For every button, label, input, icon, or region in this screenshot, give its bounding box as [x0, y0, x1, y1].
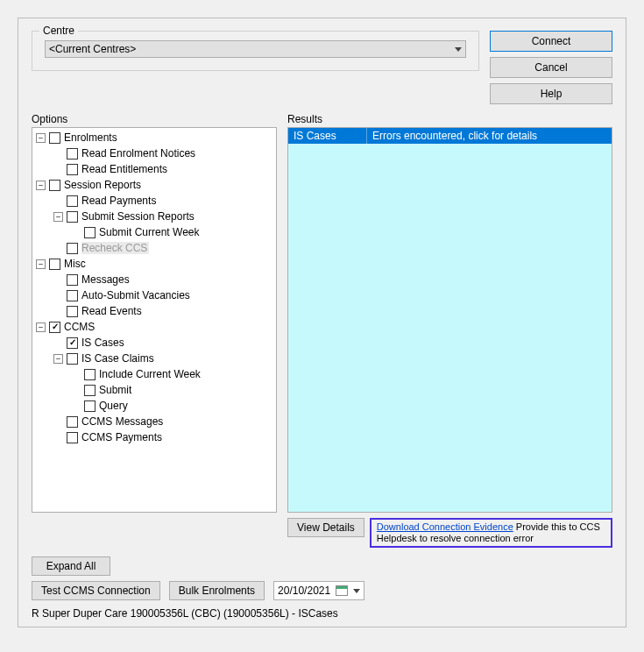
results-panel[interactable]: IS Cases Errors encountered, click for d… [287, 127, 612, 513]
checkbox-messages[interactable] [67, 274, 78, 286]
date-value: 20/10/2021 [278, 585, 330, 597]
expander-minus-icon[interactable]: − [36, 181, 46, 190]
results-label: Results [287, 113, 612, 125]
tree-item-is-cases[interactable]: IS Cases [34, 335, 274, 351]
expander-minus-icon[interactable]: − [36, 133, 46, 143]
checkbox-enrolments[interactable] [49, 132, 60, 144]
test-ccms-connection-button[interactable]: Test CCMS Connection [32, 581, 160, 600]
tree-item-enrolments[interactable]: − Enrolments [34, 130, 274, 145]
tree-item-submit-session-reports[interactable]: − Submit Session Reports [34, 209, 274, 224]
status-bar: R Super Duper Care 190005356L (CBC) (190… [32, 607, 612, 620]
checkbox-auto-submit-vacancies[interactable] [67, 290, 78, 301]
expander-minus-icon[interactable]: − [53, 212, 63, 222]
results-row[interactable]: IS Cases Errors encountered, click for d… [288, 128, 612, 144]
expander-minus-icon[interactable]: − [36, 259, 46, 269]
checkbox-ccms[interactable] [49, 322, 60, 333]
connect-button[interactable]: Connect [490, 31, 612, 52]
tree-item-auto-submit-vacancies[interactable]: Auto-Submit Vacancies [34, 287, 274, 303]
checkbox-submit[interactable] [84, 385, 96, 396]
tree-item-misc[interactable]: − Misc [34, 256, 274, 272]
date-picker[interactable]: 20/10/2021 [273, 581, 364, 600]
options-label: Options [32, 113, 277, 125]
tree-item-read-payments[interactable]: Read Payments [34, 193, 274, 209]
options-tree[interactable]: − Enrolments Read Enrolment Notices Read… [32, 127, 277, 513]
view-details-button[interactable]: View Details [287, 518, 364, 537]
checkbox-include-current-week[interactable] [84, 369, 96, 380]
chevron-down-icon [353, 589, 360, 593]
checkbox-read-events[interactable] [67, 306, 78, 317]
checkbox-read-entitlements[interactable] [67, 164, 78, 175]
checkbox-query[interactable] [84, 400, 96, 412]
tree-item-submit-current-week[interactable]: Submit Current Week [34, 224, 274, 240]
tree-item-is-case-claims[interactable]: − IS Case Claims [34, 351, 274, 366]
evidence-note: Download Connection Evidence Provide thi… [370, 518, 612, 548]
tree-item-read-events[interactable]: Read Events [34, 303, 274, 319]
bulk-enrolments-button[interactable]: Bulk Enrolments [169, 581, 265, 600]
tree-item-read-entitlements[interactable]: Read Entitlements [34, 161, 274, 177]
expander-minus-icon[interactable]: − [36, 322, 46, 332]
tree-item-submit[interactable]: Submit [34, 382, 274, 398]
calendar-icon [336, 585, 348, 596]
checkbox-ccms-payments[interactable] [67, 432, 78, 443]
tree-item-query[interactable]: Query [34, 398, 274, 414]
checkbox-session-reports[interactable] [49, 180, 60, 191]
checkbox-submit-current-week[interactable] [84, 227, 96, 238]
checkbox-read-enrolment-notices[interactable] [67, 148, 78, 159]
checkbox-is-cases[interactable] [67, 337, 78, 349]
cancel-button[interactable]: Cancel [490, 57, 612, 78]
centre-selected-value: <Current Centres> [49, 43, 136, 55]
chevron-down-icon [455, 47, 462, 52]
expand-all-button[interactable]: Expand All [32, 556, 110, 576]
tree-item-messages[interactable]: Messages [34, 272, 274, 287]
checkbox-recheck-ccs[interactable] [67, 243, 78, 254]
expander-minus-icon[interactable]: − [53, 354, 63, 364]
tree-item-session-reports[interactable]: − Session Reports [34, 177, 274, 193]
checkbox-ccms-messages[interactable] [67, 416, 78, 428]
tree-item-ccms[interactable]: − CCMS [34, 319, 274, 335]
tree-item-recheck-ccs[interactable]: Recheck CCS [34, 240, 274, 256]
centre-dropdown[interactable]: <Current Centres> [45, 40, 466, 58]
centre-legend: Centre [39, 25, 78, 37]
centre-groupbox: Centre <Current Centres> [32, 31, 479, 71]
checkbox-is-case-claims[interactable] [67, 353, 78, 365]
tree-item-ccms-payments[interactable]: CCMS Payments [34, 429, 274, 445]
download-evidence-link[interactable]: Download Connection Evidence [377, 521, 513, 532]
tree-item-ccms-messages[interactable]: CCMS Messages [34, 414, 274, 429]
tree-item-include-current-week[interactable]: Include Current Week [34, 366, 274, 382]
help-button[interactable]: Help [490, 83, 612, 104]
results-cell-status: Errors encountered, click for details [367, 128, 612, 144]
checkbox-submit-session-reports[interactable] [67, 211, 78, 223]
checkbox-misc[interactable] [49, 259, 60, 270]
results-cell-name: IS Cases [288, 128, 367, 144]
checkbox-read-payments[interactable] [67, 195, 78, 207]
tree-item-read-enrolment-notices[interactable]: Read Enrolment Notices [34, 145, 274, 161]
